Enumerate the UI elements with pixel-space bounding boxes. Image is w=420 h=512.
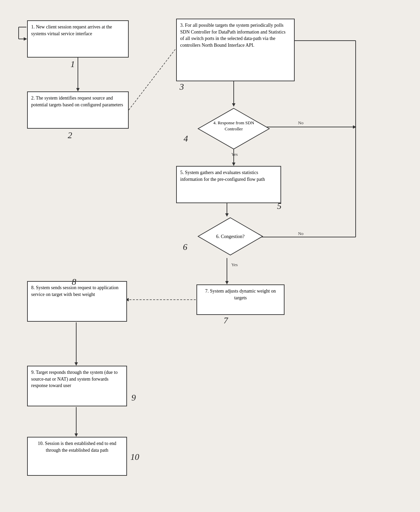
- box-5: 5. System gathers and evaluates statisti…: [176, 166, 281, 203]
- step-num-4: 4: [184, 134, 188, 144]
- yes-label-6: Yes: [231, 262, 238, 268]
- diagram-container: 1. New client session request arrives at…: [0, 0, 420, 512]
- step-num-3: 3: [180, 82, 184, 92]
- box-1: 1. New client session request arrives at…: [27, 20, 129, 58]
- svg-marker-1: [76, 88, 80, 91]
- step-num-1: 1: [70, 59, 75, 69]
- box-8: 8. System sends session request to appli…: [27, 281, 127, 322]
- svg-marker-17: [225, 281, 229, 284]
- box-7: 7. System adjusts dynamic weight on targ…: [196, 284, 285, 315]
- box10-text: 10. Session is then established end to e…: [38, 441, 117, 453]
- step-num-7: 7: [224, 316, 228, 326]
- svg-line-2: [129, 49, 175, 110]
- box9-text: 9. Target responds through the system (d…: [31, 370, 118, 388]
- diamond-4: 4. Response from SDN Controller: [196, 107, 271, 151]
- step-num-2: 2: [68, 130, 72, 141]
- box7-text: 7. System adjusts dynamic weight on targ…: [205, 289, 276, 300]
- no-label-4: No: [298, 120, 303, 126]
- svg-marker-21: [75, 362, 78, 366]
- box1-text: 1. New client session request arrives at…: [31, 24, 112, 36]
- box2-text: 2. The system identifies request source …: [31, 95, 123, 107]
- yes-label-4: Yes: [231, 152, 238, 157]
- box-2: 2. The system identifies request source …: [27, 91, 129, 129]
- box-9: 9. Target responds through the system (d…: [27, 366, 127, 406]
- svg-marker-4: [232, 103, 235, 107]
- svg-marker-23: [75, 433, 78, 437]
- step-num-6: 6: [183, 242, 187, 252]
- step-num-10: 10: [130, 452, 139, 462]
- box5-text: 5. System gathers and evaluates statisti…: [180, 170, 265, 182]
- box3-text: 3. For all possible targets the system p…: [180, 23, 286, 48]
- box-10: 10. Session is then established end to e…: [27, 437, 127, 476]
- box-3: 3. For all possible targets the system p…: [176, 19, 295, 81]
- svg-marker-6: [232, 163, 235, 166]
- svg-text:6. Congestion?: 6. Congestion?: [216, 234, 245, 239]
- no-label-6: No: [298, 231, 303, 236]
- svg-text:Controller: Controller: [225, 126, 243, 131]
- svg-marker-29: [24, 37, 27, 41]
- step-num-8: 8: [72, 277, 76, 287]
- svg-marker-8: [353, 125, 356, 129]
- diamond-6: 6. Congestion?: [196, 216, 264, 257]
- step-num-5: 5: [277, 201, 281, 211]
- step-num-9: 9: [131, 393, 136, 403]
- svg-text:4. Response from SDN: 4. Response from SDN: [213, 120, 254, 125]
